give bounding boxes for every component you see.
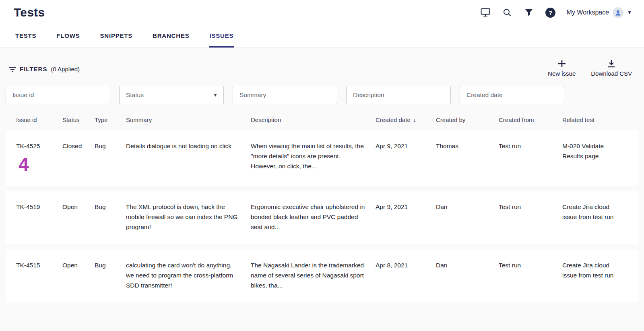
col-created-from[interactable]: Created from [499, 116, 562, 123]
created-date-cell: Apr 8, 2021 [376, 260, 436, 290]
tab-bar: TESTS FLOWS SNIPPETS BRANCHES ISSUES [0, 23, 644, 48]
page-title: Tests [14, 6, 45, 19]
sort-desc-icon: ↓ [413, 117, 416, 123]
caret-down-icon: ▼ [627, 10, 632, 15]
created-from-cell: Test run [499, 141, 562, 174]
new-issue-button[interactable]: New issue [548, 59, 576, 77]
issue-id-cell: TK-4515 [16, 260, 62, 290]
tab-tests[interactable]: TESTS [14, 28, 37, 48]
summary-cell: The XML protocol is down, hack the mobil… [126, 202, 251, 232]
filter-inputs-row: Status ▼ [0, 77, 644, 104]
top-actions: ? My Workspace ▼ [480, 7, 632, 18]
created-by-cell: Thomas [436, 141, 499, 174]
created-date-cell: Apr 9, 2021 [376, 141, 436, 174]
issues-panel: FILTERS (0 Applied) New issue Download C… [0, 48, 644, 331]
toolbar-buttons: New issue Download CSV [548, 59, 632, 77]
col-issue-id[interactable]: Issue id [16, 116, 62, 123]
status-filter-select[interactable]: Status ▼ [119, 86, 224, 104]
top-bar: Tests ? My Workspace ▼ [0, 0, 644, 23]
col-related-test[interactable]: Related test [562, 116, 628, 123]
workspace-label: My Workspace [567, 9, 609, 16]
type-cell: Bug [95, 260, 126, 290]
issue-row-tk-4525[interactable]: TK-4525 4 Closed Bug Details dialogue is… [6, 130, 638, 186]
download-csv-button[interactable]: Download CSV [591, 59, 632, 77]
filters-toggle[interactable]: FILTERS (0 Applied) [9, 66, 80, 72]
search-icon[interactable] [502, 7, 513, 18]
col-type[interactable]: Type [95, 116, 126, 123]
related-test-cell: Create Jira cloud issue from test run [562, 260, 628, 290]
filters-label: FILTERS [20, 66, 47, 72]
annotation-marker-4: 4 [19, 155, 62, 174]
col-created-date-label: Created date [376, 116, 411, 123]
table-header: Issue id Status Type Summary Description… [6, 116, 638, 130]
monitor-icon[interactable] [480, 7, 491, 18]
issue-id-filter-input[interactable] [6, 86, 110, 104]
summary-cell: Details dialogue is not loading on click [126, 141, 251, 174]
created-by-cell: Dan [436, 260, 499, 290]
tab-flows[interactable]: FLOWS [56, 28, 80, 48]
type-cell: Bug [95, 141, 126, 174]
related-test-cell: M-020 Validate Results page [562, 141, 628, 174]
tab-snippets[interactable]: SNIPPETS [99, 28, 134, 48]
col-created-by[interactable]: Created by [436, 116, 499, 123]
plus-icon [557, 59, 566, 68]
related-test-cell: Create Jira cloud issue from test run [562, 202, 628, 232]
summary-cell: calculating the card won't do anything, … [126, 260, 251, 290]
created-by-cell: Dan [436, 202, 499, 232]
status-cell: Open [62, 202, 95, 232]
status-cell: Closed [62, 141, 95, 174]
issue-id-cell: TK-4525 4 [16, 141, 62, 174]
filter-lines-icon [9, 66, 16, 72]
created-date-cell: Apr 9, 2021 [376, 202, 436, 232]
type-cell: Bug [95, 202, 126, 232]
avatar [613, 7, 623, 18]
tab-issues[interactable]: ISSUES [209, 28, 235, 48]
filter-icon[interactable] [523, 7, 535, 18]
col-description[interactable]: Description [251, 116, 376, 123]
created-date-filter-input[interactable] [460, 86, 564, 104]
table-body: TK-4525 4 Closed Bug Details dialogue is… [0, 130, 644, 302]
issue-id-cell: TK-4519 [16, 202, 62, 232]
status-filter-placeholder: Status [126, 91, 144, 99]
help-icon[interactable]: ? [545, 7, 556, 18]
description-cell: The Nagasaki Lander is the trademarked n… [251, 260, 376, 290]
tab-branches[interactable]: BRANCHES [152, 28, 190, 48]
created-from-cell: Test run [499, 260, 562, 290]
issue-id: TK-4525 [16, 141, 62, 151]
col-created-date[interactable]: Created date↓ [376, 116, 436, 123]
filters-applied-count: (0 Applied) [51, 66, 80, 72]
col-status[interactable]: Status [62, 116, 95, 123]
download-csv-label: Download CSV [591, 70, 632, 77]
created-from-cell: Test run [499, 202, 562, 232]
chevron-down-icon: ▼ [213, 92, 218, 98]
filters-toolbar: FILTERS (0 Applied) New issue Download C… [0, 49, 644, 77]
status-cell: Open [62, 260, 95, 290]
workspace-menu[interactable]: My Workspace ▼ [567, 7, 632, 18]
description-cell: When viewing the main list of results, t… [251, 141, 376, 174]
issue-row-tk-4519[interactable]: TK-4519 Open Bug The XML protocol is dow… [6, 191, 638, 244]
download-icon [607, 59, 616, 68]
question-mark-icon: ? [545, 8, 555, 18]
issue-row-tk-4515[interactable]: TK-4515 Open Bug calculating the card wo… [6, 250, 638, 302]
col-summary[interactable]: Summary [126, 116, 251, 123]
new-issue-label: New issue [548, 70, 576, 77]
description-filter-input[interactable] [346, 86, 451, 104]
summary-filter-input[interactable] [233, 86, 337, 104]
description-cell: Ergonomic executive chair upholstered in… [251, 202, 376, 232]
